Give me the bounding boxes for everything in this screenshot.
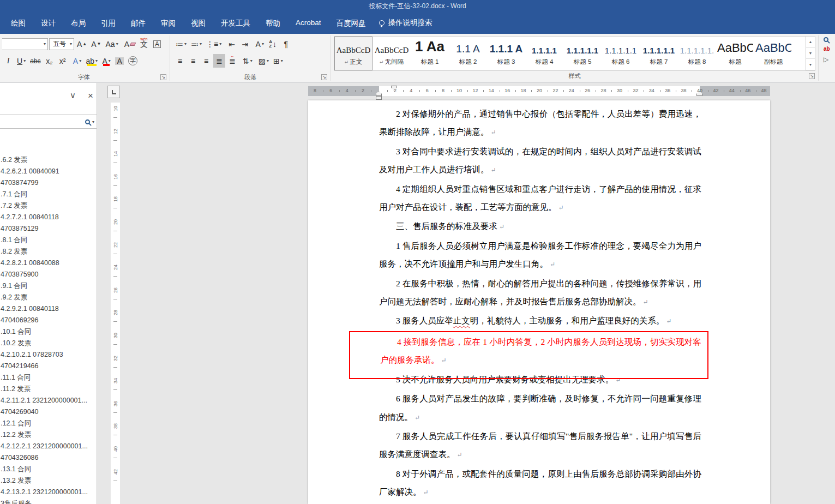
- nav-heading-item[interactable]: 4.2.8.2.1 00840088: [0, 257, 97, 269]
- line-spacing-button[interactable]: ⇅▾: [241, 54, 254, 68]
- font-name-combo[interactable]: ▾: [2, 38, 48, 50]
- nav-heading-item[interactable]: .10.1 合同: [0, 326, 97, 338]
- style-item[interactable]: 1.1.1.1.1.标题 8: [678, 37, 716, 70]
- ribbon-tab[interactable]: 绘图: [3, 12, 33, 34]
- subscript-button[interactable]: x₂: [44, 54, 56, 68]
- style-item[interactable]: 1.1.1.1.1标题 7: [640, 37, 678, 70]
- style-item[interactable]: AaBbC副标题: [754, 37, 792, 70]
- replace-button[interactable]: ab: [824, 46, 830, 52]
- nav-heading-item[interactable]: 4703874799: [0, 177, 97, 189]
- nav-heading-item[interactable]: 4704269040: [0, 406, 97, 418]
- font-size-combo-dropdown-icon[interactable]: ▾: [70, 41, 72, 46]
- nav-heading-item[interactable]: 4704219466: [0, 361, 97, 372]
- nav-heading-item[interactable]: .9.2 发票: [0, 292, 97, 303]
- ribbon-tab[interactable]: 视图: [183, 12, 213, 34]
- ribbon-tab[interactable]: 审阅: [153, 12, 183, 34]
- chevron-down-icon[interactable]: ∨: [70, 91, 76, 100]
- clear-formatting-button[interactable]: A: [123, 37, 137, 51]
- font-name-combo-dropdown-icon[interactable]: ▾: [44, 41, 46, 46]
- nav-heading-item[interactable]: 4.2.10.2.1 07828703: [0, 349, 97, 361]
- nav-heading-item[interactable]: 4703875900: [0, 269, 97, 280]
- align-center-button[interactable]: ≡: [187, 54, 199, 68]
- font-size-combo[interactable]: 五号▾: [49, 38, 74, 50]
- nav-heading-item[interactable]: 3售后服务: [0, 498, 97, 504]
- nav-heading-item[interactable]: .6.2 发票: [0, 154, 97, 166]
- nav-heading-item[interactable]: 4.2.7.2.1 00840118: [0, 212, 97, 223]
- nav-heading-item[interactable]: .12.2 发票: [0, 429, 97, 441]
- grow-font-button[interactable]: A▲: [75, 37, 88, 51]
- nav-heading-item[interactable]: 4.2.13.2.1 2321200000001...: [0, 487, 97, 498]
- search-options-dropdown-icon[interactable]: ▾: [92, 119, 94, 124]
- nav-heading-item[interactable]: .7.1 合同: [0, 189, 97, 200]
- style-item[interactable]: 1.1.1.1.1标题 6: [602, 37, 640, 70]
- select-button[interactable]: ▷: [824, 56, 828, 63]
- dropdown-icon[interactable]: ▾: [23, 58, 26, 63]
- ribbon-tab[interactable]: 开发工具: [213, 12, 258, 34]
- paragraph-dialog-launcher-icon[interactable]: ↘: [321, 74, 327, 80]
- nav-heading-item[interactable]: 4704069296: [0, 315, 97, 326]
- ribbon-tab[interactable]: 帮助: [258, 12, 288, 34]
- tell-me-search[interactable]: 操作说明搜索: [374, 12, 438, 34]
- numbering-button[interactable]: ≕▾: [189, 37, 203, 51]
- dropdown-icon[interactable]: ▾: [267, 58, 269, 63]
- nav-heading-item[interactable]: .13.1 合同: [0, 464, 97, 475]
- dropdown-icon[interactable]: ▾: [184, 41, 187, 46]
- increase-indent-button[interactable]: ⇥: [239, 37, 251, 51]
- styles-gallery-more-button[interactable]: ▼: [806, 59, 815, 70]
- left-indent-marker[interactable]: [376, 96, 382, 100]
- style-item[interactable]: AaBbCcD↵正文: [334, 37, 373, 70]
- distributed-button[interactable]: ↔≣: [226, 54, 238, 68]
- ribbon-tab[interactable]: 设计: [33, 12, 63, 34]
- character-shading-button[interactable]: A: [113, 54, 125, 68]
- nav-heading-item[interactable]: 4.2.11.2.1 2321200000001...: [0, 395, 97, 406]
- ribbon-tab[interactable]: 布局: [63, 12, 93, 34]
- borders-button[interactable]: ⊞▾: [272, 54, 285, 68]
- dropdown-icon[interactable]: ▾: [109, 58, 111, 63]
- justify-button[interactable]: ≣: [213, 54, 225, 68]
- dropdown-icon[interactable]: ▾: [200, 41, 202, 46]
- font-color-button[interactable]: A▾: [100, 54, 112, 68]
- nav-heading-item[interactable]: .8.2 发票: [0, 246, 97, 257]
- style-item[interactable]: AaBbC标题: [716, 37, 754, 70]
- phonetic-guide-button[interactable]: wén文: [138, 37, 150, 51]
- asian-layout-button[interactable]: A▾: [254, 37, 266, 51]
- vertical-ruler[interactable]: 1012141618202224262830323436384042: [111, 103, 120, 504]
- styles-scroll-down-button[interactable]: ▼: [806, 48, 815, 59]
- character-border-button[interactable]: A: [151, 37, 163, 51]
- nav-heading-item[interactable]: .7.2 发票: [0, 200, 97, 212]
- nav-heading-item[interactable]: .13.2 发票: [0, 475, 97, 487]
- style-item[interactable]: 1.1.1 A标题 3: [487, 37, 525, 70]
- italic-button[interactable]: I: [2, 54, 14, 68]
- nav-heading-item[interactable]: .11.1 合同: [0, 372, 97, 383]
- nav-heading-item[interactable]: .11.2 发票: [0, 383, 97, 395]
- superscript-button[interactable]: x²: [57, 54, 69, 68]
- show-hide-marks-button[interactable]: ¶: [280, 37, 292, 51]
- ribbon-tab[interactable]: Acrobat: [288, 12, 329, 34]
- sort-button[interactable]: AZ↓: [267, 37, 279, 51]
- styles-dialog-launcher-icon[interactable]: ↘: [809, 73, 815, 79]
- enclose-characters-button[interactable]: 字: [127, 54, 139, 68]
- text-effects-button[interactable]: A▾: [71, 54, 83, 68]
- close-icon[interactable]: ×: [88, 91, 93, 101]
- style-item[interactable]: 1.1.1.1标题 4: [525, 37, 563, 70]
- multilevel-list-button[interactable]: ⋮≡▾: [205, 37, 223, 51]
- style-item[interactable]: 1 Aa标题 1: [411, 37, 449, 70]
- ribbon-tab[interactable]: 引用: [93, 12, 123, 34]
- styles-scroll-up-button[interactable]: ▲: [806, 37, 815, 48]
- horizontal-ruler[interactable]: 8642246810121416182022242628303234363840…: [308, 86, 770, 96]
- dropdown-icon[interactable]: ▾: [116, 41, 118, 46]
- shading-button[interactable]: ▨▾: [257, 54, 271, 68]
- ribbon-tab[interactable]: 邮件: [123, 12, 153, 34]
- bullets-button[interactable]: ≔▾: [174, 37, 188, 51]
- nav-heading-item[interactable]: 4704326086: [0, 452, 97, 464]
- style-item[interactable]: 1.1.1.1.1标题 5: [563, 37, 602, 70]
- nav-heading-item[interactable]: .12.1 合同: [0, 418, 97, 429]
- nav-heading-item[interactable]: 4.2.12.2.1 2321200000001...: [0, 441, 97, 452]
- strikethrough-button[interactable]: abc: [28, 54, 42, 68]
- search-icon[interactable]: [85, 119, 90, 124]
- nav-search-input[interactable]: [0, 115, 85, 128]
- dropdown-icon[interactable]: ▾: [281, 58, 283, 63]
- shrink-font-button[interactable]: A▼: [89, 37, 103, 51]
- dropdown-icon[interactable]: ▾: [79, 58, 81, 63]
- dropdown-icon[interactable]: ▾: [262, 41, 264, 46]
